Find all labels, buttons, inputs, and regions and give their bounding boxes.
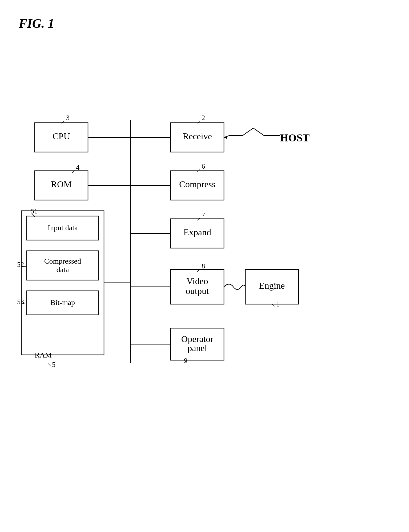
svg-text:51: 51 (31, 207, 38, 215)
svg-text:Engine: Engine (259, 281, 285, 291)
svg-text:Expand: Expand (183, 227, 211, 237)
svg-text:1: 1 (276, 301, 280, 308)
svg-text:ROM: ROM (51, 179, 71, 189)
svg-text:Receive: Receive (183, 131, 212, 141)
svg-text:HOST: HOST (280, 132, 310, 144)
svg-text:RAM: RAM (35, 351, 52, 359)
svg-text:Bit-map: Bit-map (50, 298, 75, 307)
svg-text:3: 3 (66, 114, 70, 122)
svg-text:53: 53 (17, 298, 24, 306)
svg-text:Compressed: Compressed (44, 257, 81, 265)
svg-text:output: output (186, 286, 209, 296)
svg-text:8: 8 (202, 262, 205, 270)
svg-text:Input data: Input data (48, 224, 78, 232)
svg-text:5: 5 (52, 361, 55, 368)
svg-text:Video: Video (186, 276, 208, 286)
svg-marker-61 (224, 136, 227, 139)
svg-text:Compress: Compress (179, 179, 215, 189)
svg-text:data: data (57, 265, 69, 274)
svg-text:6: 6 (202, 162, 205, 170)
svg-text:Operator: Operator (181, 334, 214, 344)
svg-text:7: 7 (202, 211, 205, 219)
svg-text:52: 52 (17, 261, 24, 268)
svg-text:2: 2 (202, 114, 205, 122)
svg-text:9: 9 (184, 357, 187, 364)
diagram-svg: CPU 3 Receive 2 ROM 4 Compress 6 Expand … (0, 0, 409, 532)
svg-text:4: 4 (76, 164, 79, 171)
svg-line-37 (48, 363, 51, 366)
svg-text:panel: panel (187, 343, 207, 353)
svg-text:CPU: CPU (53, 131, 70, 141)
